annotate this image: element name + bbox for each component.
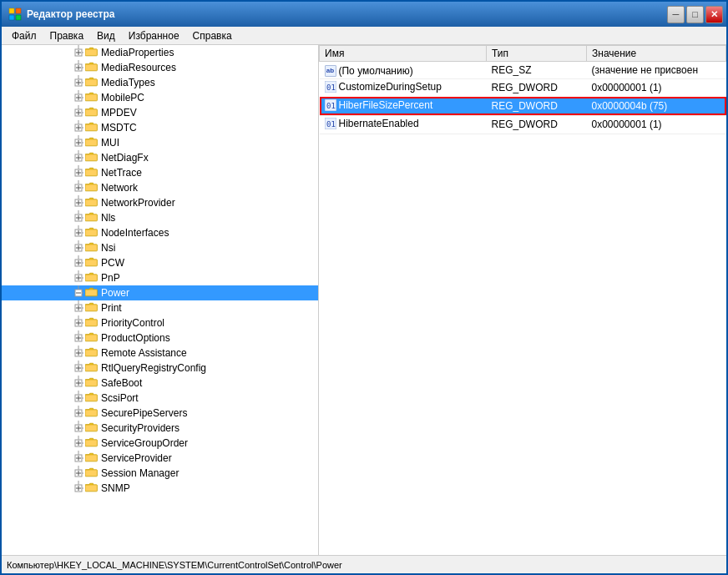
menu-bar: ФайлПравкаВидИзбранноеСправка bbox=[2, 27, 726, 45]
tree-item[interactable]: SafeBoot bbox=[2, 376, 318, 391]
tree-item[interactable]: MediaTypes bbox=[2, 75, 318, 90]
tree-item-label: SecurityProviders bbox=[101, 422, 179, 434]
table-row[interactable]: 01 HibernateEnabledREG_DWORD0x00000001 (… bbox=[320, 115, 726, 134]
folder-icon bbox=[85, 482, 99, 495]
tree-item[interactable]: MediaProperties bbox=[2, 45, 318, 60]
tree-item[interactable]: NetworkProvider bbox=[2, 195, 318, 210]
close-button[interactable]: ✕ bbox=[705, 6, 723, 23]
folder-icon bbox=[85, 376, 99, 390]
svg-rect-140 bbox=[85, 380, 97, 386]
tree-expander bbox=[72, 406, 85, 420]
menu-item-правка[interactable]: Правка bbox=[43, 28, 91, 43]
main-window: Редактор реестра ─ □ ✕ ФайлПравкаВидИзбр… bbox=[0, 0, 728, 575]
tree-expander bbox=[72, 76, 85, 89]
tree-item[interactable]: MediaResources bbox=[2, 60, 318, 75]
svg-rect-122 bbox=[85, 335, 97, 341]
tree-item-label: ProductOptions bbox=[101, 332, 170, 344]
tree-item[interactable]: Nsi bbox=[2, 240, 318, 255]
folder-icon bbox=[85, 331, 99, 345]
tree-expander bbox=[72, 482, 85, 495]
tree-item-label: RtlQueryRegistryConfig bbox=[101, 362, 206, 374]
table-row[interactable]: 01 HiberFileSizePercentREG_DWORD0x000000… bbox=[320, 97, 726, 115]
registry-data-table: Имя Тип Значение ab(По умолчанию)REG_SZ(… bbox=[319, 45, 726, 134]
svg-rect-9 bbox=[85, 49, 97, 56]
tree-item[interactable]: MPDEV bbox=[2, 105, 318, 120]
svg-rect-104 bbox=[85, 290, 97, 296]
svg-text:01: 01 bbox=[326, 102, 336, 110]
menu-item-вид[interactable]: Вид bbox=[90, 28, 122, 43]
tree-item[interactable]: PriorityControl bbox=[2, 315, 318, 330]
table-cell-name: 01 CustomizeDuringSetup bbox=[320, 78, 487, 97]
tree-item[interactable]: Session Manager bbox=[2, 466, 318, 481]
svg-rect-170 bbox=[85, 455, 97, 462]
status-bar: Компьютер\HKEY_LOCAL_MACHINE\SYSTEM\Curr… bbox=[2, 555, 726, 573]
table-cell-name: 01 HibernateEnabled bbox=[320, 115, 487, 134]
table-cell-type: REG_DWORD bbox=[487, 97, 587, 115]
tree-item-label: Nsi bbox=[101, 242, 115, 254]
title-bar: Редактор реестра ─ □ ✕ bbox=[2, 2, 726, 27]
registry-table[interactable]: Имя Тип Значение ab(По умолчанию)REG_SZ(… bbox=[319, 45, 726, 555]
tree-expander bbox=[72, 166, 85, 179]
folder-icon bbox=[85, 316, 99, 330]
tree-item[interactable]: Print bbox=[2, 300, 318, 315]
tree-item[interactable]: SecurityProviders bbox=[2, 421, 318, 436]
svg-rect-1 bbox=[16, 8, 21, 13]
tree-item[interactable]: SecurePipeServers bbox=[2, 406, 318, 421]
menu-item-справка[interactable]: Справка bbox=[186, 28, 239, 43]
maximize-button[interactable]: □ bbox=[686, 6, 704, 23]
folder-icon bbox=[85, 226, 99, 240]
folder-icon bbox=[85, 406, 99, 420]
folder-icon bbox=[85, 61, 99, 74]
tree-expander bbox=[72, 376, 85, 390]
table-cell-value: (значение не присвоен bbox=[587, 62, 726, 79]
svg-rect-51 bbox=[85, 154, 97, 161]
menu-item-избранное[interactable]: Избранное bbox=[122, 28, 186, 43]
tree-expander bbox=[72, 346, 85, 360]
tree-item[interactable]: NetDiagFx bbox=[2, 150, 318, 165]
table-row[interactable]: ab(По умолчанию)REG_SZ(значение не присв… bbox=[320, 62, 726, 79]
minimize-button[interactable]: ─ bbox=[667, 6, 685, 23]
table-row[interactable]: 01 CustomizeDuringSetupREG_DWORD0x000000… bbox=[320, 78, 726, 97]
tree-item[interactable]: ScsiPort bbox=[2, 391, 318, 406]
svg-rect-164 bbox=[85, 440, 97, 446]
svg-rect-182 bbox=[85, 485, 97, 492]
tree-item[interactable]: ServiceProvider bbox=[2, 451, 318, 466]
tree-expander bbox=[72, 316, 85, 330]
svg-rect-158 bbox=[85, 425, 97, 431]
svg-rect-176 bbox=[85, 470, 97, 477]
tree-item[interactable]: PnP bbox=[2, 270, 318, 285]
tree-panel[interactable]: MediaProperties MediaResources MediaType… bbox=[2, 45, 319, 555]
col-name: Имя bbox=[320, 46, 487, 62]
folder-icon bbox=[85, 76, 99, 89]
tree-item[interactable]: SNMP bbox=[2, 481, 318, 496]
menu-item-файл[interactable]: Файл bbox=[5, 28, 43, 43]
tree-item[interactable]: ProductOptions bbox=[2, 330, 318, 346]
tree-item[interactable]: Remote Assistance bbox=[2, 346, 318, 361]
main-area: MediaProperties MediaResources MediaType… bbox=[2, 45, 726, 555]
status-text: Компьютер\HKEY_LOCAL_MACHINE\SYSTEM\Curr… bbox=[7, 560, 342, 570]
folder-icon bbox=[85, 451, 99, 465]
tree-item[interactable]: NodeInterfaces bbox=[2, 225, 318, 240]
tree-item-label: PCW bbox=[101, 257, 124, 269]
tree-item-label: ServiceGroupOrder bbox=[101, 437, 188, 449]
tree-item[interactable]: MUI bbox=[2, 135, 318, 150]
tree-item[interactable]: MobilePC bbox=[2, 90, 318, 105]
tree-item[interactable]: MSDTC bbox=[2, 120, 318, 135]
tree-item[interactable]: Power bbox=[2, 285, 318, 300]
folder-icon bbox=[85, 91, 99, 104]
tree-item[interactable]: PCW bbox=[2, 255, 318, 270]
folder-icon bbox=[85, 196, 99, 209]
tree-item[interactable]: Nls bbox=[2, 210, 318, 225]
tree-item-label: Print bbox=[101, 302, 122, 314]
tree-item-label: MPDEV bbox=[101, 107, 137, 119]
app-icon bbox=[8, 8, 22, 21]
tree-item-label: SNMP bbox=[101, 482, 130, 494]
tree-item-label: SafeBoot bbox=[101, 377, 142, 389]
folder-icon bbox=[85, 211, 99, 224]
tree-item[interactable]: NetTrace bbox=[2, 165, 318, 180]
tree-item[interactable]: Network bbox=[2, 180, 318, 195]
tree-item[interactable]: ServiceGroupOrder bbox=[2, 436, 318, 451]
tree-expander bbox=[72, 121, 85, 134]
svg-rect-2 bbox=[9, 15, 14, 20]
tree-item[interactable]: RtlQueryRegistryConfig bbox=[2, 361, 318, 376]
